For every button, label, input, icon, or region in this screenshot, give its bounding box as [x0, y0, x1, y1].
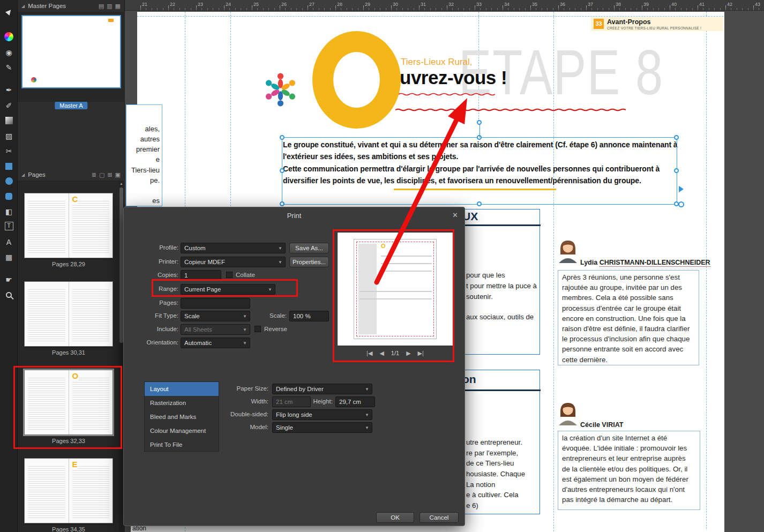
selection-handle[interactable]	[674, 168, 679, 173]
ruler-number: 27	[309, 2, 314, 7]
section-item-colour-management[interactable]: Colour Management	[145, 424, 219, 438]
transparency-tool-icon[interactable]: ▨	[2, 130, 16, 143]
rotate-handle[interactable]	[477, 120, 482, 125]
ruler-number: 31	[421, 2, 426, 7]
first-page-icon[interactable]: |◀	[366, 350, 372, 357]
margin-guide	[137, 16, 723, 17]
page-thumbnail[interactable]: Pages 30,31	[24, 281, 113, 356]
panel-options-icon[interactable]: ▣	[115, 171, 121, 178]
ruler-number: 33	[476, 2, 482, 7]
next-page-icon[interactable]: ▶	[406, 350, 410, 357]
selected-text-frame[interactable]	[282, 137, 677, 205]
scale-input[interactable]: 100 %	[289, 311, 329, 321]
colour-wheel-icon[interactable]	[2, 30, 16, 43]
colour-picker-tool-icon[interactable]: ◉	[2, 46, 16, 59]
collapse-icon[interactable]: ◢	[21, 4, 25, 9]
person1-last-name: CHRISTMANN-DILLENSCHNEIDER	[600, 259, 710, 267]
page-number-badge: 33	[594, 19, 604, 29]
chevron-down-icon: ▼	[243, 339, 247, 348]
height-input[interactable]: 29,7 cm	[335, 396, 375, 407]
table-tool-icon[interactable]: ▦	[2, 251, 16, 264]
selection-handle[interactable]	[280, 168, 284, 173]
cancel-button[interactable]: Cancel	[420, 512, 459, 523]
paper-size-label: Paper Size:	[215, 385, 268, 392]
orientation-label: Orientation:	[129, 339, 178, 346]
ellipse-tool-icon[interactable]	[2, 175, 16, 188]
section-item-layout[interactable]: Layout	[145, 382, 219, 396]
selection-handle[interactable]	[674, 135, 679, 140]
copies-input[interactable]: 1	[181, 270, 221, 281]
pages-header[interactable]: ◢ Pages ≣ ▢ ⊞ ▣	[18, 169, 124, 181]
panel-page-icon[interactable]: ▢	[99, 171, 104, 178]
shape-tool-icon[interactable]: ◧	[2, 205, 16, 218]
ruler-number: 22	[170, 2, 175, 7]
range-dropdown[interactable]: Current Page▼	[181, 284, 275, 295]
print-dialog-section-list: LayoutRasterizationBleed and MarksColour…	[144, 381, 219, 452]
collate-label: Collate	[236, 272, 255, 278]
properties-button[interactable]: Properties...	[289, 257, 329, 267]
ruler-number: 23	[198, 2, 203, 7]
collapse-icon[interactable]: ◢	[21, 173, 25, 177]
fit-type-dropdown[interactable]: Scale▼	[181, 311, 250, 321]
model-dropdown[interactable]: Single▼	[272, 422, 372, 433]
previous-page-icon[interactable]: ◀	[379, 350, 384, 357]
hand-tool-icon[interactable]: ☛	[2, 273, 16, 286]
section-item-print-to-file[interactable]: Print To File	[145, 438, 219, 452]
text-overflow-icon[interactable]	[678, 201, 684, 207]
profile-dropdown[interactable]: Custom▼	[181, 243, 286, 253]
brush-tool-icon[interactable]: ✐	[2, 99, 16, 112]
ruler-number: 34	[504, 2, 510, 7]
master-pages-header[interactable]: ◢ Master Pages ▤ ▥ ▦	[18, 0, 124, 12]
double-sided-dropdown[interactable]: Flip long side▼	[272, 409, 372, 420]
rounded-rectangle-tool-icon[interactable]	[2, 190, 16, 203]
text-fragment: es	[152, 197, 160, 205]
text-fragment: autres	[140, 135, 160, 143]
reverse-checkbox[interactable]	[254, 326, 261, 332]
width-label: Width:	[215, 398, 268, 404]
section-item-bleed-and-marks[interactable]: Bleed and Marks	[145, 410, 219, 424]
rectangle-tool-icon[interactable]	[2, 160, 16, 173]
zoom-tool-icon[interactable]	[2, 288, 16, 301]
scrollbar-thumb[interactable]	[119, 188, 123, 343]
chevron-down-icon: ▼	[278, 258, 282, 267]
section-item-rasterization[interactable]: Rasterization	[145, 396, 219, 410]
save-as-button[interactable]: Save As...	[289, 243, 329, 253]
orientation-dropdown[interactable]: Automatic▼	[181, 338, 250, 348]
ruler-number: 35	[532, 2, 537, 7]
collate-checkbox[interactable]	[226, 272, 233, 278]
print-dialog: Print ✕ Profile: Custom▼ Save As... Prin…	[123, 207, 465, 526]
panel-list-icon[interactable]: ▤	[99, 3, 104, 10]
page-spread: C	[24, 193, 113, 258]
ruler-number: 43	[755, 2, 760, 7]
panel-view-icon[interactable]: ≣	[92, 171, 96, 178]
printer-dropdown[interactable]: Copieur MDEF▼	[181, 257, 286, 267]
pen-tool-icon[interactable]: ✒	[2, 84, 16, 96]
panel-add-icon[interactable]: ▥	[107, 3, 112, 10]
frame-text-tool-icon[interactable]: T	[2, 220, 16, 233]
selection-handle[interactable]	[280, 135, 284, 140]
close-icon[interactable]: ✕	[452, 211, 458, 219]
scroll-up-icon[interactable]: ▲	[119, 181, 124, 186]
pencil-tool-icon[interactable]: ✎	[2, 61, 16, 74]
page-thumbnail[interactable]: EPages 34,35	[24, 458, 113, 532]
text-flow-icon[interactable]	[679, 186, 684, 192]
panel-add-page-icon[interactable]: ⊞	[107, 171, 112, 178]
page-thumbnail[interactable]: CPages 28,29	[24, 193, 113, 267]
panel-delete-icon[interactable]: ▦	[115, 3, 121, 10]
gradient-tool-icon[interactable]	[2, 114, 16, 127]
ok-button[interactable]: OK	[376, 512, 414, 523]
ruler-number: 25	[253, 2, 259, 7]
move-tool-icon[interactable]	[2, 5, 16, 18]
chevron-down-icon: ▼	[268, 285, 272, 295]
crop-tool-icon[interactable]: ✂	[2, 145, 16, 158]
page-thumbnail[interactable]: OPages 32,33	[24, 370, 113, 444]
paper-size-dropdown[interactable]: Defined by Driver▼	[272, 384, 372, 394]
ruler-number: 29	[365, 2, 370, 7]
artistic-text-tool-icon[interactable]: A	[2, 236, 16, 249]
selection-handle[interactable]	[280, 201, 284, 206]
master-page-thumbnail[interactable]	[21, 15, 121, 88]
selection-handle[interactable]	[477, 201, 482, 206]
pages-input[interactable]	[181, 298, 250, 309]
left-panels: ◢ Master Pages ▤ ▥ ▦ Master A ◢ Pages ≣ …	[18, 0, 125, 532]
last-page-icon[interactable]: ▶|	[418, 350, 424, 357]
